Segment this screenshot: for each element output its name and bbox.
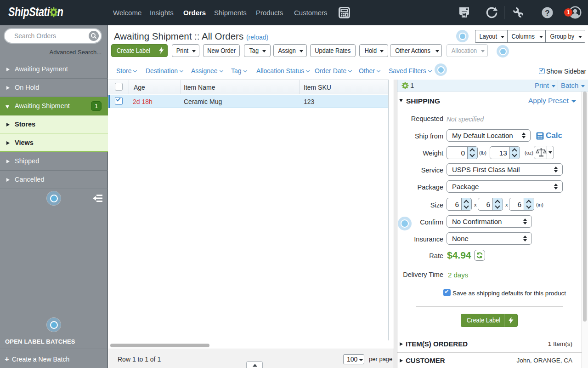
svg-text:?: ? (545, 9, 549, 17)
